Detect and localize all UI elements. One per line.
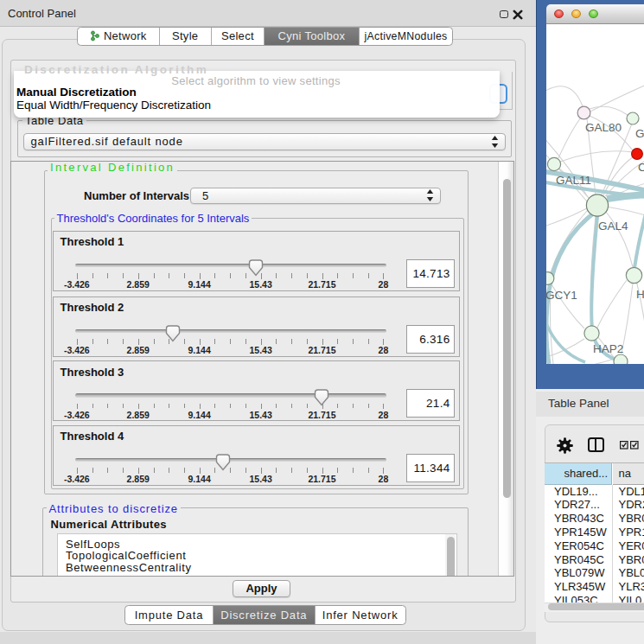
svg-text:GAL11: GAL11 [556, 174, 591, 187]
svg-text:HAP2: HAP2 [593, 342, 623, 355]
svg-text:GCY1: GCY1 [546, 289, 577, 302]
svg-text:H: H [636, 288, 644, 301]
svg-text:G.: G. [635, 127, 644, 140]
svg-text:GAL80: GAL80 [585, 121, 622, 134]
svg-text:C: C [638, 161, 644, 174]
svg-text:GAL4: GAL4 [598, 220, 628, 233]
